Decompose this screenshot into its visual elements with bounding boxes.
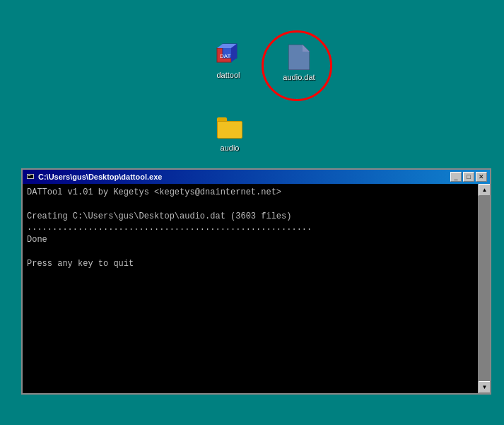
scrollbar-up-button[interactable]: ▲ [479,184,490,196]
dattool-icon: DAT [216,42,241,68]
audio-folder-icon [217,115,242,141]
audiodat-icon-label: audio.dat [283,73,315,81]
cmd-titlebar-buttons: _ □ ✕ [450,172,487,182]
cmd-scrollbar[interactable]: ▲ ▼ [478,184,490,393]
cmd-body: DATTool v1.01 by Kegetys <kegetys@dnaint… [23,184,490,393]
cmd-maximize-button[interactable]: □ [463,172,474,182]
audiodat-icon [286,45,312,70]
desktop: DAT dattool audio.dat audio [0,0,504,425]
audio-folder-label: audio [221,144,240,152]
cmd-titlebar-icon [25,172,35,182]
cmd-titlebar: C:\Users\gus\Desktop\dattool.exe _ □ ✕ [23,170,490,184]
scrollbar-track[interactable] [479,196,490,381]
desktop-icon-audiodat[interactable]: audio.dat [274,45,324,81]
cmd-window: C:\Users\gus\Desktop\dattool.exe _ □ ✕ D… [21,168,491,395]
cmd-content: DATTool v1.01 by Kegetys <kegetys@dnaint… [23,184,478,393]
desktop-icon-audio[interactable]: audio [205,115,254,152]
scrollbar-down-button[interactable]: ▼ [479,381,490,393]
svg-text:DAT: DAT [220,53,231,59]
cmd-close-button[interactable]: ✕ [476,172,487,182]
desktop-icon-dattool[interactable]: DAT dattool [204,42,253,79]
dattool-icon-label: dattool [216,71,240,79]
svg-rect-11 [28,175,30,176]
svg-marker-5 [288,45,310,70]
cmd-minimize-button[interactable]: _ [450,172,462,182]
svg-marker-7 [303,45,310,52]
svg-rect-10 [28,175,33,178]
cmd-title: C:\Users\gus\Desktop\dattool.exe [38,173,450,181]
